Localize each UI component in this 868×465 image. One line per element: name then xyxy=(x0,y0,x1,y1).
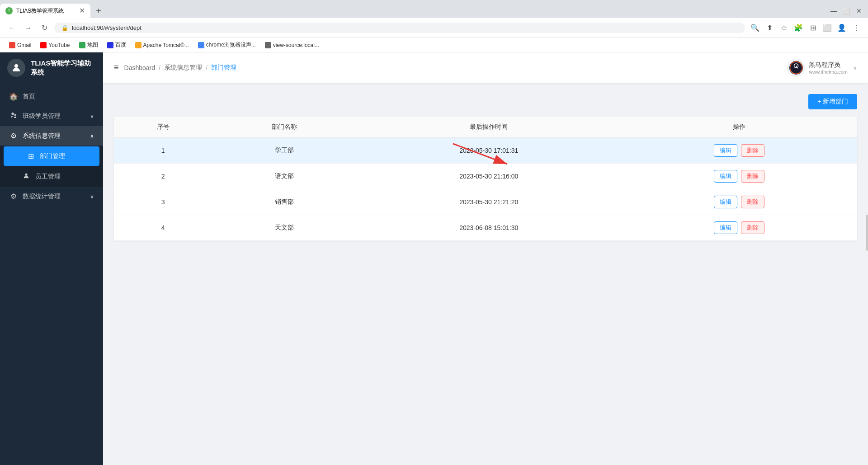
delete-button-1[interactable]: 删除 xyxy=(741,170,764,183)
sidebar-item-home-label: 首页 xyxy=(23,93,35,101)
bookmark-viewsource[interactable]: view-source:local... xyxy=(261,41,323,49)
brand-name: 黑马程序员 xyxy=(809,61,848,69)
bookmark-tomcat[interactable]: Apache Tomcat®... xyxy=(132,41,193,49)
col-index: 序号 xyxy=(114,117,212,138)
profile-icon[interactable]: 👤 xyxy=(835,22,848,34)
bookmark-icon[interactable]: ☆ xyxy=(778,22,790,34)
bookmark-tomcat-label: Apache Tomcat®... xyxy=(143,42,189,48)
brand-sub: www.itheima.com xyxy=(809,69,848,75)
address-secure-icon: 🔒 xyxy=(61,25,68,31)
address-text: localhost:90/#/system/dept xyxy=(72,24,142,31)
bookmark-chrome[interactable]: chrome浏览器没声... xyxy=(194,40,259,50)
minimize-button[interactable]: — xyxy=(828,5,839,16)
tab-title: TLIAS教学管理系统 xyxy=(16,7,75,15)
browser-actions: 🔍 ⬆ ☆ 🧩 ⊞ ⬜ 👤 ⋮ xyxy=(749,22,863,34)
sidebar-item-employee-label: 员工管理 xyxy=(35,173,61,181)
sidebar: TLIAS智能学习辅助系统 🏠 首页 班级学员管理 ∨ ⚙ 系统信息管理 ∧ xyxy=(0,52,103,465)
delete-button-3[interactable]: 删除 xyxy=(741,221,764,234)
cell-index-3: 4 xyxy=(114,215,212,241)
sidebar-item-class-management[interactable]: 班级学员管理 ∨ xyxy=(0,106,103,126)
extension-icon[interactable]: 🧩 xyxy=(792,22,805,34)
tab-close-button[interactable]: ✕ xyxy=(79,7,85,14)
page-content: + 新增部门 序号 部门名称 xyxy=(103,83,868,465)
bookmark-gmail-label: Gmail xyxy=(17,42,31,48)
edit-button-3[interactable]: 编辑 xyxy=(714,221,737,234)
svg-point-1 xyxy=(11,113,14,115)
dept-table: 序号 部门名称 最后操作时间 操作 1 学工部 2023-05-30 17:01… xyxy=(114,117,857,241)
bookmark-viewsource-label: view-source:local... xyxy=(273,42,319,48)
table-row: 1 学工部 2023-05-30 17:01:31 编辑 删除 xyxy=(114,138,857,164)
table-row: 3 销售部 2023-05-30 21:21:20 编辑 删除 xyxy=(114,189,857,215)
menu-toggle-button[interactable]: ≡ xyxy=(114,63,119,72)
new-tab-button[interactable]: + xyxy=(92,5,105,17)
bookmark-youtube[interactable]: YouTube xyxy=(37,41,73,49)
cell-index-1: 2 xyxy=(114,164,212,189)
bookmark-baidu[interactable]: 百度 xyxy=(104,40,130,50)
stats-icon: ⚙ xyxy=(9,192,18,201)
sidebar-submenu-system: ⊞ 部门管理 员工管理 xyxy=(0,146,103,187)
edit-button-1[interactable]: 编辑 xyxy=(714,170,737,183)
search-icon[interactable]: 🔍 xyxy=(749,22,761,34)
sidebar-item-system-management[interactable]: ⚙ 系统信息管理 ∧ xyxy=(0,126,103,146)
bookmark-youtube-label: YouTube xyxy=(48,42,70,48)
edit-button-0[interactable]: 编辑 xyxy=(714,144,737,157)
col-name: 部门名称 xyxy=(212,117,356,138)
sidebar-item-home[interactable]: 🏠 首页 xyxy=(0,87,103,106)
restore-button[interactable]: ⬜ xyxy=(841,5,852,16)
breadcrumb-dashboard[interactable]: Dashboard xyxy=(124,64,156,71)
svg-point-2 xyxy=(14,114,16,116)
sidebar-nav: 🏠 首页 班级学员管理 ∨ ⚙ 系统信息管理 ∧ ⊞ 部门管 xyxy=(0,83,103,465)
sidebar-item-employee[interactable]: 员工管理 xyxy=(0,167,103,187)
sidebar-item-dept-label: 部门管理 xyxy=(40,152,65,160)
bookmarks-bar: Gmail YouTube 地图 百度 Apache Tomcat®... ch… xyxy=(0,38,868,52)
close-window-button[interactable]: ✕ xyxy=(854,5,864,16)
sidebar-item-system-label: 系统信息管理 xyxy=(23,132,61,140)
split-view-icon[interactable]: ⬜ xyxy=(821,22,834,34)
baidu-favicon xyxy=(107,42,113,48)
breadcrumb-sep-2: / xyxy=(206,64,208,71)
reload-button[interactable]: ↻ xyxy=(38,22,51,34)
breadcrumb-sep-1: / xyxy=(159,64,160,71)
add-dept-button[interactable]: + 新增部门 xyxy=(808,94,857,109)
edit-button-2[interactable]: 编辑 xyxy=(714,196,737,208)
table-row: 4 天文部 2023-06-08 15:01:30 编辑 删除 xyxy=(114,215,857,241)
more-options-icon[interactable]: ⋮ xyxy=(850,22,863,34)
delete-button-0[interactable]: 删除 xyxy=(741,144,764,157)
system-arrow-icon: ∧ xyxy=(90,133,94,139)
sidebar-panel-icon[interactable]: ⊞ xyxy=(807,22,819,34)
table-header: 序号 部门名称 最后操作时间 操作 xyxy=(114,117,857,138)
sidebar-item-dept[interactable]: ⊞ 部门管理 xyxy=(4,146,99,166)
svg-point-0 xyxy=(14,64,18,68)
back-button[interactable]: ← xyxy=(5,22,18,34)
breadcrumb-current: 部门管理 xyxy=(211,64,236,72)
cell-name-1: 语文部 xyxy=(212,164,356,189)
bookmark-maps[interactable]: 地图 xyxy=(75,40,102,50)
bookmark-gmail[interactable]: Gmail xyxy=(5,41,35,49)
class-icon xyxy=(9,112,18,121)
topbar: ≡ Dashboard / 系统信息管理 / 部门管理 xyxy=(103,52,868,83)
cell-name-0: 学工部 xyxy=(212,138,356,164)
cell-time-3: 2023-06-08 15:01:30 xyxy=(356,215,622,241)
delete-button-2[interactable]: 删除 xyxy=(741,196,764,208)
topbar-left: ≡ Dashboard / 系统信息管理 / 部门管理 xyxy=(114,63,236,72)
youtube-favicon xyxy=(40,42,47,48)
breadcrumb-system[interactable]: 系统信息管理 xyxy=(164,64,202,72)
sidebar-item-stats[interactable]: ⚙ 数据统计管理 ∨ xyxy=(0,187,103,206)
chrome-favicon xyxy=(198,42,204,48)
browser-chrome: T TLIAS教学管理系统 ✕ + — ⬜ ✕ ← → ↻ 🔒 localhos… xyxy=(0,0,868,52)
col-time: 最后操作时间 xyxy=(356,117,622,138)
topbar-dropdown-icon[interactable]: ∨ xyxy=(853,65,857,71)
scrollbar[interactable] xyxy=(866,215,868,251)
sidebar-item-class-label: 班级学员管理 xyxy=(23,112,61,120)
share-icon[interactable]: ⬆ xyxy=(763,22,776,34)
browser-controls: ← → ↻ 🔒 localhost:90/#/system/dept 🔍 ⬆ ☆… xyxy=(0,18,868,38)
address-bar[interactable]: 🔒 localhost:90/#/system/dept xyxy=(54,23,745,33)
tab-bar: T TLIAS教学管理系统 ✕ + — ⬜ ✕ xyxy=(0,0,868,18)
maps-favicon xyxy=(79,42,85,48)
stats-arrow-icon: ∨ xyxy=(90,193,94,200)
viewsource-favicon xyxy=(265,42,271,48)
cell-index-0: 1 xyxy=(114,138,212,164)
forward-button[interactable]: → xyxy=(22,22,34,34)
active-tab[interactable]: T TLIAS教学管理系统 ✕ xyxy=(0,4,90,18)
cell-actions-2: 编辑 删除 xyxy=(622,189,857,215)
